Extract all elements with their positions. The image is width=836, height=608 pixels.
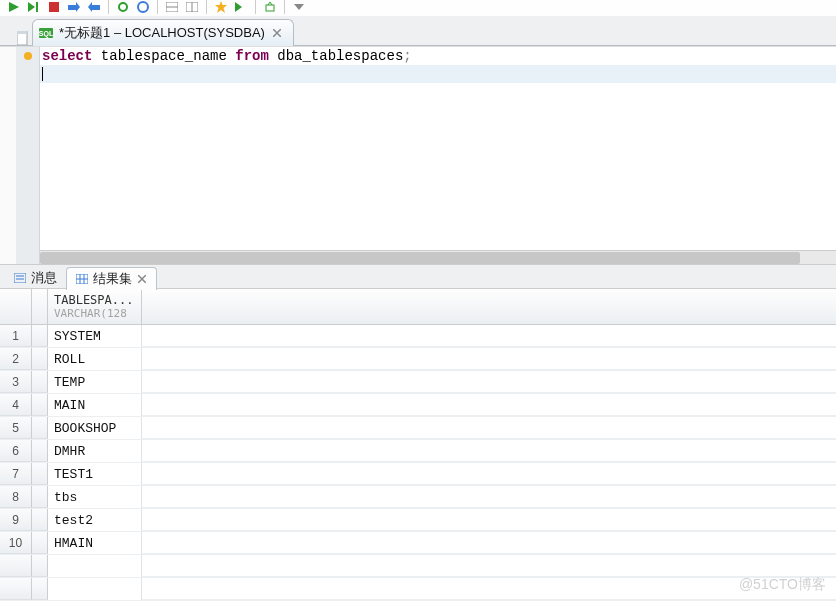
svg-rect-3 <box>49 2 59 12</box>
identifier: tablespace_name <box>92 48 235 64</box>
row-leading <box>32 417 48 439</box>
cell-tablespace[interactable]: TEMP <box>48 371 142 393</box>
app-root: SQL *无标题1 – LOCALHOST(SYSDBA) select tab… <box>0 0 836 608</box>
svg-rect-7 <box>92 5 100 10</box>
svg-point-22 <box>24 52 32 60</box>
cell-tablespace[interactable]: MAIN <box>48 394 142 416</box>
table-row <box>0 578 836 601</box>
step-icon[interactable] <box>26 1 42 13</box>
stop-icon[interactable] <box>46 1 62 13</box>
table-row[interactable]: 1SYSTEM <box>0 325 836 348</box>
code-line[interactable]: select tablespace_name from dba_tablespa… <box>40 47 836 65</box>
row-number: 2 <box>0 348 32 370</box>
row-leading <box>32 348 48 370</box>
row-number: 8 <box>0 486 32 508</box>
result-tab-strip: 消息 结果集 <box>0 264 836 288</box>
toolbar-separator <box>108 0 109 14</box>
svg-marker-17 <box>294 4 304 10</box>
editor-tab-strip: SQL *无标题1 – LOCALHOST(SYSDBA) <box>0 16 836 46</box>
row-leading <box>32 532 48 554</box>
row-filler <box>142 532 836 554</box>
rollback-icon[interactable] <box>86 1 102 13</box>
row-leading <box>32 463 48 485</box>
row-filler <box>142 509 836 531</box>
export-icon[interactable] <box>262 1 278 13</box>
editor-tab[interactable]: SQL *无标题1 – LOCALHOST(SYSDBA) <box>32 19 294 46</box>
next-icon[interactable] <box>233 1 249 13</box>
table-row[interactable]: 6DMHR <box>0 440 836 463</box>
row-leading <box>32 509 48 531</box>
row-number: 1 <box>0 325 32 347</box>
row-leading <box>32 394 48 416</box>
text-cursor <box>42 67 43 81</box>
row-filler <box>142 578 836 600</box>
scrollbar-thumb[interactable] <box>40 252 800 264</box>
explain-icon[interactable] <box>164 1 180 13</box>
refresh-icon[interactable] <box>115 1 131 13</box>
column-header-tablespace[interactable]: TABLESPA... VARCHAR(128 <box>48 289 142 324</box>
horizontal-scrollbar[interactable] <box>40 250 836 264</box>
row-number: 5 <box>0 417 32 439</box>
cell-tablespace[interactable]: test2 <box>48 509 142 531</box>
punct: ; <box>403 48 411 64</box>
row-leading <box>32 555 48 577</box>
table-row[interactable]: 9test2 <box>0 509 836 532</box>
grid-body: 1SYSTEM2ROLL3TEMP4MAIN5BOOKSHOP6DMHR7TES… <box>0 325 836 601</box>
row-number: 3 <box>0 371 32 393</box>
editor-body[interactable]: select tablespace_name from dba_tablespa… <box>40 47 836 264</box>
clear-icon[interactable] <box>135 1 151 13</box>
table-row[interactable]: 8tbs <box>0 486 836 509</box>
row-leading <box>32 440 48 462</box>
tab-messages[interactable]: 消息 <box>4 266 66 290</box>
cell-tablespace[interactable]: HMAIN <box>48 532 142 554</box>
keyword: from <box>235 48 269 64</box>
cell-tablespace[interactable]: BOOKSHOP <box>48 417 142 439</box>
cell-tablespace[interactable]: DMHR <box>48 440 142 462</box>
row-leading <box>32 325 48 347</box>
cell-tablespace[interactable]: tbs <box>48 486 142 508</box>
svg-marker-5 <box>76 2 80 12</box>
svg-point-8 <box>119 3 127 11</box>
close-icon[interactable] <box>136 273 148 285</box>
format-icon[interactable] <box>184 1 200 13</box>
row-filler <box>142 486 836 508</box>
row-filler <box>142 394 836 416</box>
commit-icon[interactable] <box>66 1 82 13</box>
editor-tab-title: *无标题1 – LOCALHOST(SYSDBA) <box>59 24 265 42</box>
cell-tablespace[interactable]: ROLL <box>48 348 142 370</box>
svg-marker-0 <box>9 2 19 12</box>
svg-marker-14 <box>215 1 227 13</box>
row-leading <box>32 371 48 393</box>
svg-rect-19 <box>17 31 27 34</box>
code-line-current[interactable] <box>40 65 836 83</box>
table-row[interactable]: 5BOOKSHOP <box>0 417 836 440</box>
run-icon[interactable] <box>6 1 22 13</box>
more-icon[interactable] <box>291 1 307 13</box>
cell-tablespace[interactable]: SYSTEM <box>48 325 142 347</box>
svg-rect-16 <box>266 5 274 11</box>
row-number: 9 <box>0 509 32 531</box>
row-filler <box>142 463 836 485</box>
row-number <box>0 578 32 600</box>
table-row[interactable]: 10HMAIN <box>0 532 836 555</box>
close-icon[interactable] <box>271 27 283 39</box>
row-number <box>0 555 32 577</box>
cell-tablespace <box>48 555 142 577</box>
cell-tablespace[interactable]: TEST1 <box>48 463 142 485</box>
table-row[interactable]: 2ROLL <box>0 348 836 371</box>
row-number: 7 <box>0 463 32 485</box>
result-grid[interactable]: TABLESPA... VARCHAR(128 1SYSTEM2ROLL3TEM… <box>0 288 836 608</box>
table-row[interactable]: 4MAIN <box>0 394 836 417</box>
leading-header <box>32 289 48 324</box>
svg-rect-2 <box>36 2 38 12</box>
table-row[interactable]: 7TEST1 <box>0 463 836 486</box>
editor-left-margin <box>0 47 16 264</box>
bookmark-icon[interactable] <box>213 1 229 13</box>
sql-editor[interactable]: select tablespace_name from dba_tablespa… <box>0 46 836 264</box>
editor-gutter <box>16 47 40 264</box>
table-row[interactable]: 3TEMP <box>0 371 836 394</box>
sql-file-icon: SQL <box>39 28 53 38</box>
tab-results-label: 结果集 <box>93 270 132 288</box>
tab-results[interactable]: 结果集 <box>66 267 157 290</box>
column-type: VARCHAR(128 <box>54 307 135 320</box>
